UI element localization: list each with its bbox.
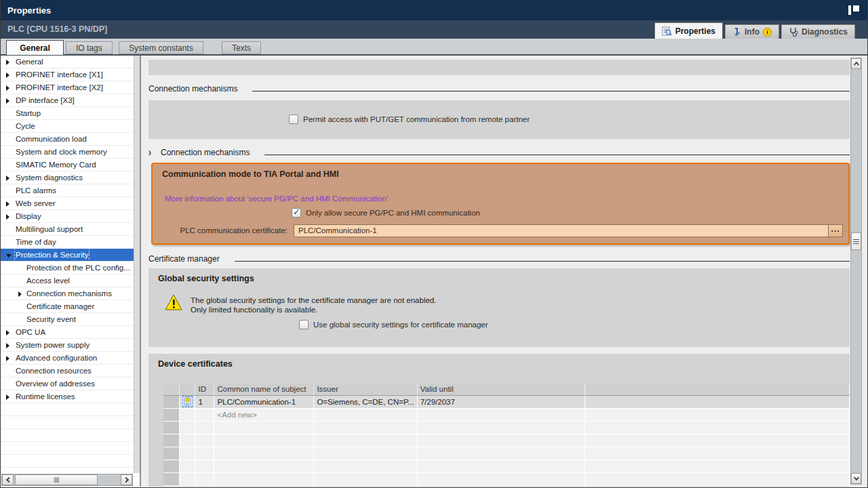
add-new-row[interactable]: <Add new> <box>163 408 850 421</box>
tree-item-plc-alarms[interactable]: PLC alarms <box>1 184 140 197</box>
tree-expand-icon[interactable] <box>6 330 9 336</box>
tree-item-protection-of-the-plc-config[interactable]: Protection of the PLC config... <box>1 262 140 274</box>
tree-empty-row <box>1 416 140 429</box>
tree-item-multilingual-support[interactable]: Multilingual support <box>1 223 140 236</box>
tab-diagnostics-label: Diagnostics <box>802 27 848 37</box>
tree-item-access-level[interactable]: Access level <box>1 274 140 287</box>
tree-item-overview-of-addresses[interactable]: Overview of addresses <box>1 378 140 390</box>
add-new-cell[interactable]: <Add new> <box>214 408 314 421</box>
empty-table-row[interactable] <box>163 460 850 472</box>
tree-item-label: System power supply <box>16 339 90 352</box>
tree-expand-icon[interactable] <box>6 356 9 361</box>
tab-io-tags[interactable]: IO tags <box>66 41 113 54</box>
tree-empty-row <box>1 442 140 455</box>
tree-item-advanced-configuration[interactable]: Advanced configuration <box>1 352 140 365</box>
table-cell <box>180 460 195 472</box>
tree-item-protection-security[interactable]: Protection & Security <box>1 249 140 262</box>
section-title: Connection mechanisms <box>161 148 250 157</box>
browse-certificate-button[interactable]: ... <box>828 224 843 237</box>
table-cell <box>314 472 417 485</box>
tree-item-opc-ua[interactable]: OPC UA <box>1 326 140 339</box>
tree-item-time-of-day[interactable]: Time of day <box>1 236 140 249</box>
scroll-thumb[interactable] <box>851 232 861 250</box>
tree-expand-icon[interactable] <box>18 291 22 297</box>
tree-collapse-icon[interactable] <box>6 254 12 258</box>
scroll-thumb[interactable] <box>15 474 98 485</box>
more-information-link[interactable]: More information about 'secure PG/PC and… <box>165 195 388 203</box>
certificate-row[interactable]: 1PLC/Communication-1O=Siemens, C=DE, CN=… <box>163 395 850 408</box>
empty-table-row[interactable] <box>163 472 850 485</box>
header-tab-group: Properties Info i Diagnostics <box>652 22 855 39</box>
tree-expand-icon[interactable] <box>6 201 9 207</box>
scroll-up-button[interactable] <box>851 58 861 69</box>
table-header-row[interactable]: IDCommon name of subjectIssuerValid unti… <box>163 384 850 395</box>
tree-item-system-power-supply[interactable]: System power supply <box>1 339 140 352</box>
plc-certificate-label: PLC communication certificate: <box>180 226 288 235</box>
sub-header: PLC [CPU 1516-3 PN/DP] Properties Info i <box>1 20 867 39</box>
tree-item-security-event[interactable]: Security event <box>1 313 140 326</box>
tree-item-label: Multilingual support <box>16 223 83 236</box>
tree-item-web-server[interactable]: Web server <box>1 197 140 210</box>
putget-checkbox[interactable] <box>289 115 298 124</box>
tree-expand-icon[interactable] <box>6 73 9 78</box>
tree-item-startup[interactable]: Startup <box>1 107 140 120</box>
table-cell <box>214 447 314 460</box>
tree-expand-icon[interactable] <box>6 394 9 400</box>
tree-expand-icon[interactable] <box>6 176 9 181</box>
plc-certificate-field-row: PLC communication certificate: PLC/Commu… <box>153 224 848 238</box>
tab-diagnostics[interactable]: Diagnostics <box>781 24 855 39</box>
tree-item-system-and-clock-memory[interactable]: System and clock memory <box>1 146 140 159</box>
section-connection-mechanisms-2: › Connection mechanisms <box>149 148 850 157</box>
column-header-blank <box>163 384 180 395</box>
tree-vertical-scrollbar[interactable] <box>134 56 140 473</box>
tree-item-profinet-interface-x1[interactable]: PROFINET interface [X1] <box>1 68 140 81</box>
table-cell <box>417 434 585 447</box>
properties-icon <box>662 26 672 36</box>
dock-layout-icon[interactable] <box>848 5 859 15</box>
tree-item-label: DP interface [X3] <box>16 94 75 107</box>
tab-properties[interactable]: Properties <box>654 22 723 39</box>
tree-item-connection-mechanisms[interactable]: Connection mechanisms <box>1 287 140 300</box>
section-connection-mechanisms: Connection mechanisms <box>149 84 850 94</box>
tab-general[interactable]: General <box>6 40 64 56</box>
table-cell <box>214 434 314 447</box>
tree-item-runtime-licenses[interactable]: Runtime licenses <box>1 390 140 403</box>
scroll-left-button[interactable] <box>2 474 14 485</box>
tree-expand-icon[interactable] <box>6 98 9 104</box>
plc-certificate-input[interactable]: PLC/Communication-1 <box>294 224 843 237</box>
tree-expand-icon[interactable] <box>6 60 9 65</box>
scroll-down-button[interactable] <box>851 473 861 484</box>
secure-comm-checkbox[interactable] <box>292 208 301 218</box>
tree-expand-icon[interactable] <box>6 214 9 220</box>
tree-empty-row <box>1 429 140 442</box>
empty-table-row[interactable] <box>163 434 850 447</box>
tree-expand-icon[interactable] <box>6 343 9 348</box>
certificate-icon-cell <box>180 395 195 408</box>
cell-id: 1 <box>195 395 214 408</box>
tree-item-system-diagnostics[interactable]: System diagnostics <box>1 171 140 184</box>
chevron-right-icon[interactable]: › <box>149 146 151 159</box>
tree-item-display[interactable]: Display <box>1 210 140 223</box>
tree-item-communication-load[interactable]: Communication load <box>1 133 140 146</box>
scroll-track[interactable] <box>98 474 121 485</box>
tree-expand-icon[interactable] <box>6 85 9 91</box>
tree-item-dp-interface-x3[interactable]: DP interface [X3] <box>1 94 140 107</box>
tree-item-simatic-memory-card[interactable]: SIMATIC Memory Card <box>1 159 140 171</box>
tree-item-general[interactable]: General <box>1 56 140 68</box>
column-header-id: ID <box>195 384 214 395</box>
table-cell <box>180 421 195 434</box>
table-cell <box>195 460 214 472</box>
tree-item-certificate-manager[interactable]: Certificate manager <box>1 300 140 313</box>
tree-item-cycle[interactable]: Cycle <box>1 120 140 133</box>
empty-table-row[interactable] <box>163 421 850 434</box>
row-selector <box>163 421 180 434</box>
tab-info[interactable]: Info i <box>725 24 779 39</box>
tab-system-constants[interactable]: System constants <box>119 41 203 54</box>
scroll-right-button[interactable] <box>121 474 132 485</box>
tree-item-connection-resources[interactable]: Connection resources <box>1 365 140 378</box>
table-cell <box>314 460 417 472</box>
tree-item-profinet-interface-x2[interactable]: PROFINET interface [X2] <box>1 81 140 94</box>
global-security-checkbox[interactable] <box>299 320 309 329</box>
empty-table-row[interactable] <box>163 447 850 460</box>
tab-texts[interactable]: Texts <box>222 41 261 54</box>
